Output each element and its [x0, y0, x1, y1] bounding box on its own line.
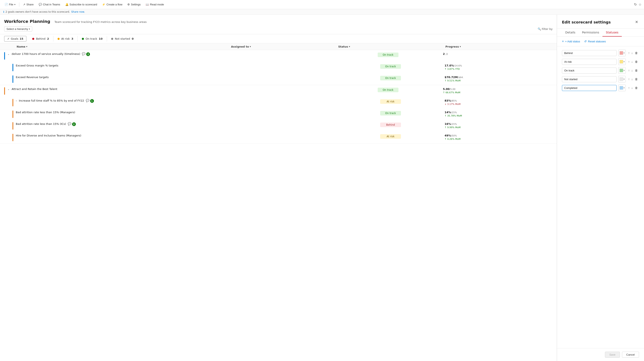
- move-up-at-risk[interactable]: ↑: [628, 60, 630, 64]
- status-name-input-on-track[interactable]: [562, 68, 616, 74]
- star-icon[interactable]: ☆: [638, 2, 642, 6]
- share-icon: ↗: [23, 3, 25, 6]
- comment-count-g2c1: 1: [90, 99, 94, 103]
- create-flow-button[interactable]: ⚡ Create a flow: [100, 2, 124, 7]
- reset-statuses-button[interactable]: ↺ Reset statuses: [584, 40, 606, 43]
- progress-value-g2: 5.00: [443, 88, 450, 90]
- delete-at-risk[interactable]: 🗑: [634, 60, 639, 64]
- delete-behind[interactable]: 🗑: [634, 51, 639, 55]
- controls-at-risk: ↑ ↓ 🗑: [628, 60, 639, 64]
- move-up-behind[interactable]: ↑: [628, 51, 630, 55]
- chat-label: Chat in Teams: [43, 3, 60, 6]
- panel-footer: Save Cancel: [557, 348, 644, 361]
- read-mode-icon: 📖: [146, 3, 149, 6]
- hierarchy-dropdown[interactable]: Select a hierarchy ▾: [4, 26, 32, 32]
- stat-at-risk[interactable]: At risk 3: [54, 36, 78, 42]
- tab-statuses[interactable]: Statuses: [602, 29, 622, 36]
- move-down-on-track[interactable]: ↓: [630, 68, 634, 72]
- row-progress-g2c2: 14%/15% ↑ 35.78% MoM: [444, 110, 552, 117]
- move-down-behind[interactable]: ↓: [630, 51, 634, 55]
- table-row: ⌄ deliver 1700 hours of service annually…: [0, 50, 557, 62]
- delete-completed[interactable]: 🗑: [634, 86, 639, 90]
- row-status-g2c1[interactable]: At risk: [336, 99, 444, 104]
- share-button[interactable]: ↗ Share: [21, 2, 36, 7]
- progress-delta-g1c2: ↑ 9.51% MoM: [444, 79, 460, 82]
- goal-group-2: ⌄ Attract and Retain the Best Talent On …: [0, 85, 557, 144]
- row-progress-g1c2: $70.72M/$64. ↑ 9.51% MoM: [444, 76, 552, 82]
- row-progress-g2c3: 16%/15% ↑ 9.99% MoM: [444, 122, 552, 129]
- tab-details[interactable]: Details: [562, 29, 579, 36]
- comment-icon-g2c1[interactable]: 💬 1: [86, 99, 94, 103]
- status-row-at-risk: ▾ ↑ ↓ 🗑: [562, 58, 639, 65]
- row-status-g1c2[interactable]: On track: [336, 76, 444, 80]
- move-up-on-track[interactable]: ↑: [628, 68, 630, 72]
- panel-close-button[interactable]: ✕: [634, 19, 639, 25]
- col-name-sort-icon[interactable]: ▾: [26, 45, 28, 48]
- row-status-g1c1[interactable]: On track: [336, 64, 444, 69]
- save-button[interactable]: Save: [605, 352, 620, 358]
- row-status-g2c4[interactable]: At risk: [336, 134, 444, 139]
- status-name-input-completed[interactable]: [562, 85, 616, 91]
- progress-value-g2c2: 14%: [444, 111, 451, 114]
- col-progress-sort-icon[interactable]: ▾: [460, 45, 461, 48]
- color-picker-at-risk[interactable]: ▾: [618, 58, 626, 65]
- move-down-not-started[interactable]: ↓: [630, 77, 634, 81]
- row-status-g2c2[interactable]: On track: [336, 110, 444, 116]
- col-header-progress: Progress ▾: [446, 45, 552, 48]
- expand-btn-g1[interactable]: ⌄: [8, 52, 10, 56]
- row-status-g2c3[interactable]: Behind: [336, 122, 444, 127]
- comment-icon-g1[interactable]: 💬 2: [82, 52, 90, 56]
- toolbar-right: ↻ ☆: [634, 2, 642, 6]
- row-status-g1[interactable]: On track: [333, 52, 443, 57]
- move-up-not-started[interactable]: ↑: [628, 77, 630, 81]
- settings-button[interactable]: ⚙ Settings: [125, 2, 143, 7]
- goals-stat[interactable]: ✓ Goals 15: [4, 36, 26, 42]
- delete-on-track[interactable]: 🗑: [634, 68, 639, 72]
- status-name-input-behind[interactable]: [562, 50, 616, 56]
- color-chevron-completed: ▾: [624, 87, 625, 89]
- refresh-icon[interactable]: ↻: [634, 2, 637, 6]
- tab-permissions[interactable]: Permissions: [579, 29, 603, 36]
- comment-count-g1: 2: [86, 52, 90, 56]
- panel-title: Edit scorecard settings: [562, 20, 611, 24]
- progress-target-g1c1: /14.6%: [454, 64, 462, 67]
- color-picker-completed[interactable]: ▾: [618, 84, 626, 91]
- col-status-sort-icon[interactable]: ▾: [349, 45, 350, 48]
- comment-icon-g2c3[interactable]: 💬 2: [68, 122, 76, 126]
- add-status-label: + Add status: [565, 40, 580, 43]
- indent-bar-g1: [4, 52, 5, 60]
- hierarchy-chevron-icon: ▾: [29, 28, 30, 30]
- file-button[interactable]: 📄 File ▾: [2, 2, 18, 7]
- table-body: ⌄ deliver 1700 hours of service annually…: [0, 50, 557, 361]
- progress-value-g2c4: 49%: [444, 134, 451, 137]
- cancel-button[interactable]: Cancel: [622, 352, 639, 358]
- color-picker-on-track[interactable]: ▾: [618, 67, 626, 74]
- add-status-button[interactable]: + + Add status: [562, 40, 580, 43]
- read-mode-button[interactable]: 📖 Read mode: [144, 2, 166, 7]
- row-status-g2[interactable]: On track: [333, 87, 443, 92]
- stat-not-started[interactable]: Not started 0: [107, 36, 138, 42]
- hierarchy-row: Select a hierarchy ▾ 🔍 Filter by: [4, 26, 552, 32]
- color-picker-behind[interactable]: ▾: [618, 50, 626, 56]
- subscribe-button[interactable]: 🔔 Subscribe to scorecard: [63, 2, 99, 7]
- reset-statuses-label: Reset statuses: [588, 40, 606, 43]
- filter-button[interactable]: 🔍 Filter by: [538, 28, 552, 30]
- chat-button[interactable]: 💬 Chat in Teams: [36, 2, 62, 7]
- status-row-behind: ▾ ↑ ↓ 🗑: [562, 50, 639, 56]
- share-now-link[interactable]: Share now.: [71, 10, 85, 13]
- col-assigned-sort-icon[interactable]: ▾: [250, 45, 251, 48]
- delete-not-started[interactable]: 🗑: [634, 77, 639, 81]
- move-up-completed[interactable]: ↑: [628, 86, 630, 90]
- color-swatch-not-started: [620, 77, 623, 81]
- status-name-input-not-started[interactable]: [562, 76, 616, 82]
- stat-behind[interactable]: Behind 2: [28, 36, 53, 42]
- color-picker-not-started[interactable]: ▾: [618, 76, 626, 82]
- move-down-at-risk[interactable]: ↓: [630, 60, 634, 64]
- move-down-completed[interactable]: ↓: [630, 86, 634, 90]
- stat-on-track[interactable]: On track 10: [78, 36, 107, 42]
- row-name-cell-g1c2: Exceed Revenue targets: [8, 76, 228, 83]
- expand-btn-g2[interactable]: ⌄: [8, 87, 10, 90]
- status-name-input-at-risk[interactable]: [562, 59, 616, 65]
- expand-btn-g2c1[interactable]: ›: [16, 99, 17, 102]
- progress-target-g2: /5.00: [450, 88, 455, 90]
